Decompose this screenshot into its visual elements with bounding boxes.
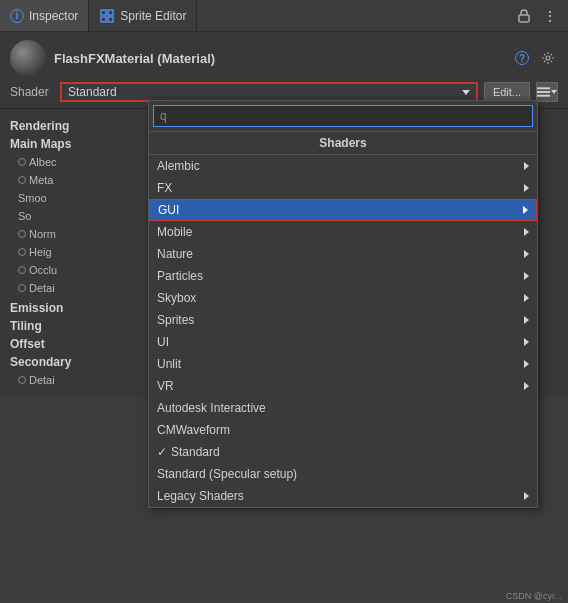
shader-item-sprites[interactable]: Sprites — [149, 309, 537, 331]
shader-list: Alembic FX GUI Mobile Nature Particles S… — [149, 155, 537, 507]
shader-item-label: Particles — [157, 269, 203, 283]
svg-point-5 — [546, 56, 550, 60]
edit-button[interactable]: Edit... — [484, 82, 530, 102]
shader-item-standard-specular[interactable]: Standard (Specular setup) — [149, 463, 537, 485]
shader-item-label: Legacy Shaders — [157, 489, 244, 503]
chevron-right-icon — [524, 184, 529, 192]
inspector-panel: FlashFXMaterial (Material) ? Shader Stan… — [0, 32, 568, 109]
norm-dot — [18, 230, 26, 238]
shader-item-label: Autodesk Interactive — [157, 401, 266, 415]
heig-dot — [18, 248, 26, 256]
shader-item-ui[interactable]: UI — [149, 331, 537, 353]
shader-item-mobile[interactable]: Mobile — [149, 221, 537, 243]
shader-item-alembic[interactable]: Alembic — [149, 155, 537, 177]
shader-dropdown[interactable]: Standard — [60, 82, 478, 102]
shader-item-label: VR — [157, 379, 174, 393]
top-bar: i Inspector Sprite Editor ⋮ — [0, 0, 568, 32]
svg-rect-1 — [108, 10, 113, 15]
shader-item-skybox[interactable]: Skybox — [149, 287, 537, 309]
material-name: FlashFXMaterial (Material) — [54, 51, 215, 66]
chevron-right-icon — [524, 360, 529, 368]
chevron-right-icon — [524, 316, 529, 324]
shader-item-label: GUI — [158, 203, 179, 217]
albec-label: Albec — [18, 156, 57, 168]
svg-rect-8 — [537, 95, 550, 97]
shader-dropdown-overlay: Shaders Alembic FX GUI Mobile Nature Par… — [148, 100, 538, 508]
shader-item-label: UI — [157, 335, 169, 349]
chevron-right-icon — [524, 338, 529, 346]
help-icon[interactable]: ? — [512, 48, 532, 68]
detai-label: Detai — [18, 282, 55, 294]
svg-rect-3 — [108, 17, 113, 22]
detai-dot — [18, 284, 26, 292]
lock-icon[interactable] — [514, 6, 534, 26]
list-dropdown-arrow — [551, 90, 557, 94]
norm-label: Norm — [18, 228, 56, 240]
checkmark-icon: ✓ — [157, 445, 167, 459]
shader-item-particles[interactable]: Particles — [149, 265, 537, 287]
chevron-right-icon — [524, 272, 529, 280]
chevron-right-icon — [523, 206, 528, 214]
detai2-label: Detai — [18, 374, 55, 386]
svg-rect-6 — [537, 87, 550, 89]
svg-rect-0 — [101, 10, 106, 15]
material-header: FlashFXMaterial (Material) ? — [10, 40, 558, 76]
albec-dot — [18, 158, 26, 166]
shader-item-standard[interactable]: ✓Standard — [149, 441, 537, 463]
tab-sprite-editor-label: Sprite Editor — [120, 9, 186, 23]
shader-item-autodesk[interactable]: Autodesk Interactive — [149, 397, 537, 419]
shader-item-label: Alembic — [157, 159, 200, 173]
settings-icon[interactable] — [538, 48, 558, 68]
watermark: CSDN @cyr... — [500, 589, 568, 603]
svg-rect-4 — [519, 15, 529, 22]
more-icon[interactable]: ⋮ — [540, 6, 560, 26]
shader-value: Standard — [68, 85, 117, 99]
shader-item-gui[interactable]: GUI — [149, 199, 537, 221]
shader-item-label: Skybox — [157, 291, 196, 305]
help-circle-icon: ? — [515, 51, 529, 65]
occlu-label: Occlu — [18, 264, 57, 276]
shader-item-cmwaveform[interactable]: CMWaveform — [149, 419, 537, 441]
shader-item-label: FX — [157, 181, 172, 195]
so-label: So — [18, 210, 31, 222]
top-bar-actions: ⋮ — [514, 6, 568, 26]
dropdown-arrow-icon — [462, 90, 470, 95]
shader-item-nature[interactable]: Nature — [149, 243, 537, 265]
chevron-right-icon — [524, 162, 529, 170]
tab-sprite-editor[interactable]: Sprite Editor — [89, 0, 197, 31]
meta-label: Meta — [18, 174, 53, 186]
meta-dot — [18, 176, 26, 184]
heig-label: Heig — [18, 246, 52, 258]
chevron-right-icon — [524, 492, 529, 500]
shader-item-label: CMWaveform — [157, 423, 230, 437]
chevron-right-icon — [524, 294, 529, 302]
detai2-dot — [18, 376, 26, 384]
tab-inspector[interactable]: i Inspector — [0, 0, 89, 31]
shader-label: Shader — [10, 85, 54, 99]
inspector-icon: i — [10, 9, 24, 23]
material-header-actions: ? — [512, 48, 558, 68]
chevron-right-icon — [524, 228, 529, 236]
list-icon-button[interactable] — [536, 82, 558, 102]
occlu-dot — [18, 266, 26, 274]
svg-rect-7 — [537, 91, 550, 93]
shader-search-input[interactable] — [153, 105, 533, 127]
smoo-label: Smoo — [18, 192, 47, 204]
sprite-editor-icon — [99, 8, 115, 24]
shader-item-legacy[interactable]: Legacy Shaders — [149, 485, 537, 507]
shader-item-label: Standard (Specular setup) — [157, 467, 297, 481]
shader-item-unlit[interactable]: Unlit — [149, 353, 537, 375]
chevron-right-icon — [524, 250, 529, 258]
material-sphere — [10, 40, 46, 76]
shader-item-label: Mobile — [157, 225, 192, 239]
chevron-right-icon — [524, 382, 529, 390]
shader-item-vr[interactable]: VR — [149, 375, 537, 397]
shader-item-label: ✓Standard — [157, 445, 220, 459]
shader-item-label: Unlit — [157, 357, 181, 371]
watermark-text: CSDN @cyr... — [506, 591, 562, 601]
shader-item-fx[interactable]: FX — [149, 177, 537, 199]
shaders-header: Shaders — [149, 132, 537, 155]
svg-rect-2 — [101, 17, 106, 22]
tab-inspector-label: Inspector — [29, 9, 78, 23]
shader-row: Shader Standard Edit... — [10, 82, 558, 102]
